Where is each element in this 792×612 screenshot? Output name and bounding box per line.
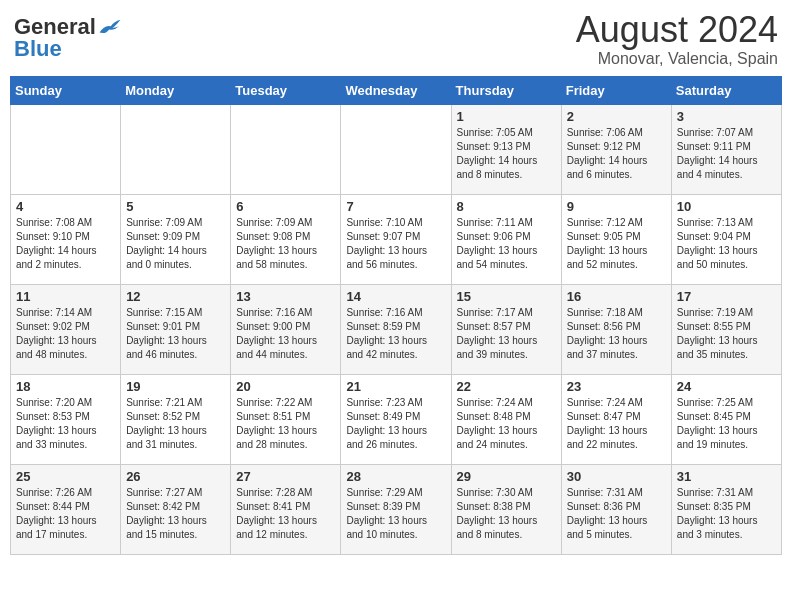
day-number: 19	[126, 379, 225, 394]
calendar-cell: 20Sunrise: 7:22 AM Sunset: 8:51 PM Dayli…	[231, 374, 341, 464]
calendar-cell	[121, 104, 231, 194]
calendar-week-row: 11Sunrise: 7:14 AM Sunset: 9:02 PM Dayli…	[11, 284, 782, 374]
day-number: 5	[126, 199, 225, 214]
logo-bird-icon	[98, 17, 122, 37]
calendar-cell: 9Sunrise: 7:12 AM Sunset: 9:05 PM Daylig…	[561, 194, 671, 284]
day-info: Sunrise: 7:22 AM Sunset: 8:51 PM Dayligh…	[236, 396, 335, 452]
col-header-wednesday: Wednesday	[341, 76, 451, 104]
day-number: 15	[457, 289, 556, 304]
day-info: Sunrise: 7:07 AM Sunset: 9:11 PM Dayligh…	[677, 126, 776, 182]
calendar-cell: 23Sunrise: 7:24 AM Sunset: 8:47 PM Dayli…	[561, 374, 671, 464]
day-info: Sunrise: 7:11 AM Sunset: 9:06 PM Dayligh…	[457, 216, 556, 272]
calendar-cell: 31Sunrise: 7:31 AM Sunset: 8:35 PM Dayli…	[671, 464, 781, 554]
day-info: Sunrise: 7:15 AM Sunset: 9:01 PM Dayligh…	[126, 306, 225, 362]
calendar-cell: 8Sunrise: 7:11 AM Sunset: 9:06 PM Daylig…	[451, 194, 561, 284]
calendar-cell: 1Sunrise: 7:05 AM Sunset: 9:13 PM Daylig…	[451, 104, 561, 194]
calendar-cell	[341, 104, 451, 194]
day-number: 8	[457, 199, 556, 214]
day-number: 22	[457, 379, 556, 394]
calendar-cell: 21Sunrise: 7:23 AM Sunset: 8:49 PM Dayli…	[341, 374, 451, 464]
day-number: 21	[346, 379, 445, 394]
day-info: Sunrise: 7:26 AM Sunset: 8:44 PM Dayligh…	[16, 486, 115, 542]
day-info: Sunrise: 7:09 AM Sunset: 9:08 PM Dayligh…	[236, 216, 335, 272]
calendar-cell: 30Sunrise: 7:31 AM Sunset: 8:36 PM Dayli…	[561, 464, 671, 554]
day-number: 29	[457, 469, 556, 484]
day-info: Sunrise: 7:12 AM Sunset: 9:05 PM Dayligh…	[567, 216, 666, 272]
day-number: 24	[677, 379, 776, 394]
calendar-cell: 13Sunrise: 7:16 AM Sunset: 9:00 PM Dayli…	[231, 284, 341, 374]
day-number: 27	[236, 469, 335, 484]
day-number: 25	[16, 469, 115, 484]
day-info: Sunrise: 7:08 AM Sunset: 9:10 PM Dayligh…	[16, 216, 115, 272]
calendar-cell: 27Sunrise: 7:28 AM Sunset: 8:41 PM Dayli…	[231, 464, 341, 554]
day-info: Sunrise: 7:20 AM Sunset: 8:53 PM Dayligh…	[16, 396, 115, 452]
day-number: 13	[236, 289, 335, 304]
calendar-cell: 16Sunrise: 7:18 AM Sunset: 8:56 PM Dayli…	[561, 284, 671, 374]
calendar-cell: 4Sunrise: 7:08 AM Sunset: 9:10 PM Daylig…	[11, 194, 121, 284]
day-info: Sunrise: 7:14 AM Sunset: 9:02 PM Dayligh…	[16, 306, 115, 362]
day-info: Sunrise: 7:31 AM Sunset: 8:35 PM Dayligh…	[677, 486, 776, 542]
calendar-cell: 2Sunrise: 7:06 AM Sunset: 9:12 PM Daylig…	[561, 104, 671, 194]
calendar-cell: 6Sunrise: 7:09 AM Sunset: 9:08 PM Daylig…	[231, 194, 341, 284]
title-block: August 2024 Monovar, Valencia, Spain	[576, 10, 778, 68]
day-number: 4	[16, 199, 115, 214]
day-number: 16	[567, 289, 666, 304]
col-header-friday: Friday	[561, 76, 671, 104]
page-header: General Blue August 2024 Monovar, Valenc…	[10, 10, 782, 68]
calendar-cell: 26Sunrise: 7:27 AM Sunset: 8:42 PM Dayli…	[121, 464, 231, 554]
day-info: Sunrise: 7:23 AM Sunset: 8:49 PM Dayligh…	[346, 396, 445, 452]
day-info: Sunrise: 7:05 AM Sunset: 9:13 PM Dayligh…	[457, 126, 556, 182]
calendar-week-row: 4Sunrise: 7:08 AM Sunset: 9:10 PM Daylig…	[11, 194, 782, 284]
calendar-cell: 29Sunrise: 7:30 AM Sunset: 8:38 PM Dayli…	[451, 464, 561, 554]
day-number: 10	[677, 199, 776, 214]
day-number: 9	[567, 199, 666, 214]
col-header-saturday: Saturday	[671, 76, 781, 104]
calendar-cell: 28Sunrise: 7:29 AM Sunset: 8:39 PM Dayli…	[341, 464, 451, 554]
calendar-cell	[231, 104, 341, 194]
day-info: Sunrise: 7:09 AM Sunset: 9:09 PM Dayligh…	[126, 216, 225, 272]
day-info: Sunrise: 7:24 AM Sunset: 8:47 PM Dayligh…	[567, 396, 666, 452]
calendar-cell: 17Sunrise: 7:19 AM Sunset: 8:55 PM Dayli…	[671, 284, 781, 374]
day-info: Sunrise: 7:13 AM Sunset: 9:04 PM Dayligh…	[677, 216, 776, 272]
col-header-thursday: Thursday	[451, 76, 561, 104]
calendar-cell: 12Sunrise: 7:15 AM Sunset: 9:01 PM Dayli…	[121, 284, 231, 374]
day-number: 26	[126, 469, 225, 484]
calendar-cell: 19Sunrise: 7:21 AM Sunset: 8:52 PM Dayli…	[121, 374, 231, 464]
calendar-cell: 10Sunrise: 7:13 AM Sunset: 9:04 PM Dayli…	[671, 194, 781, 284]
day-number: 14	[346, 289, 445, 304]
day-info: Sunrise: 7:19 AM Sunset: 8:55 PM Dayligh…	[677, 306, 776, 362]
day-number: 1	[457, 109, 556, 124]
day-number: 7	[346, 199, 445, 214]
day-number: 31	[677, 469, 776, 484]
calendar-cell: 7Sunrise: 7:10 AM Sunset: 9:07 PM Daylig…	[341, 194, 451, 284]
day-number: 12	[126, 289, 225, 304]
day-number: 18	[16, 379, 115, 394]
day-info: Sunrise: 7:29 AM Sunset: 8:39 PM Dayligh…	[346, 486, 445, 542]
day-info: Sunrise: 7:10 AM Sunset: 9:07 PM Dayligh…	[346, 216, 445, 272]
calendar-cell: 5Sunrise: 7:09 AM Sunset: 9:09 PM Daylig…	[121, 194, 231, 284]
day-number: 17	[677, 289, 776, 304]
day-number: 3	[677, 109, 776, 124]
location-subtitle: Monovar, Valencia, Spain	[576, 50, 778, 68]
day-info: Sunrise: 7:21 AM Sunset: 8:52 PM Dayligh…	[126, 396, 225, 452]
day-info: Sunrise: 7:06 AM Sunset: 9:12 PM Dayligh…	[567, 126, 666, 182]
calendar-cell: 25Sunrise: 7:26 AM Sunset: 8:44 PM Dayli…	[11, 464, 121, 554]
day-info: Sunrise: 7:31 AM Sunset: 8:36 PM Dayligh…	[567, 486, 666, 542]
day-info: Sunrise: 7:24 AM Sunset: 8:48 PM Dayligh…	[457, 396, 556, 452]
day-info: Sunrise: 7:17 AM Sunset: 8:57 PM Dayligh…	[457, 306, 556, 362]
day-number: 6	[236, 199, 335, 214]
day-info: Sunrise: 7:27 AM Sunset: 8:42 PM Dayligh…	[126, 486, 225, 542]
calendar-week-row: 18Sunrise: 7:20 AM Sunset: 8:53 PM Dayli…	[11, 374, 782, 464]
day-info: Sunrise: 7:18 AM Sunset: 8:56 PM Dayligh…	[567, 306, 666, 362]
day-number: 28	[346, 469, 445, 484]
calendar-cell	[11, 104, 121, 194]
calendar-header-row: SundayMondayTuesdayWednesdayThursdayFrid…	[11, 76, 782, 104]
calendar-cell: 15Sunrise: 7:17 AM Sunset: 8:57 PM Dayli…	[451, 284, 561, 374]
day-info: Sunrise: 7:28 AM Sunset: 8:41 PM Dayligh…	[236, 486, 335, 542]
calendar-cell: 14Sunrise: 7:16 AM Sunset: 8:59 PM Dayli…	[341, 284, 451, 374]
col-header-sunday: Sunday	[11, 76, 121, 104]
col-header-tuesday: Tuesday	[231, 76, 341, 104]
day-info: Sunrise: 7:30 AM Sunset: 8:38 PM Dayligh…	[457, 486, 556, 542]
day-number: 23	[567, 379, 666, 394]
calendar-cell: 11Sunrise: 7:14 AM Sunset: 9:02 PM Dayli…	[11, 284, 121, 374]
